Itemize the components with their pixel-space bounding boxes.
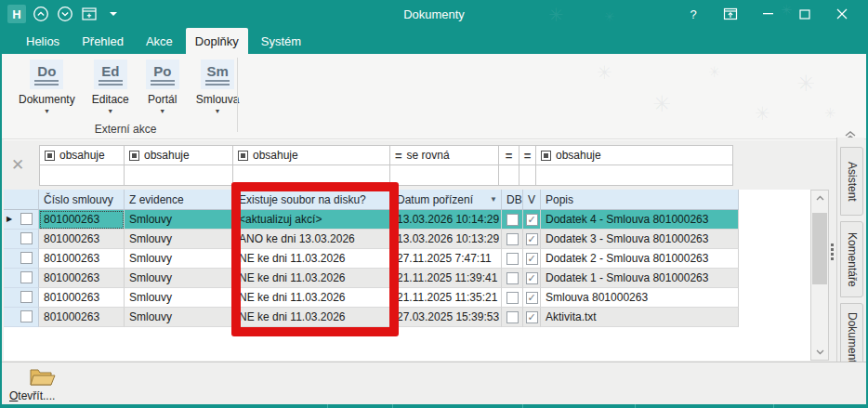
editace-button[interactable]: Ed Editace ▼ bbox=[88, 58, 133, 116]
tab-prehled[interactable]: Přehled bbox=[72, 28, 133, 54]
cell-db[interactable]: ✓ bbox=[502, 210, 523, 230]
cell-cislo[interactable]: 801000263 bbox=[39, 269, 125, 288]
cell-v[interactable]: ✓ bbox=[523, 249, 541, 269]
maximize-button[interactable] bbox=[786, 0, 823, 28]
cell-cislo[interactable]: 801000263 bbox=[39, 288, 125, 308]
cell-datum[interactable]: 13.03.2026 10:13:29 bbox=[392, 230, 502, 249]
filter-popis[interactable]: obsahuje bbox=[535, 145, 733, 186]
v-checkbox[interactable]: ✓ bbox=[526, 311, 538, 323]
table-row[interactable]: ✓801000263SmlouvyNE ke dni 11.03.202627.… bbox=[4, 249, 829, 269]
smlouva-button[interactable]: Sm Smlouva ▼ bbox=[192, 58, 243, 116]
filter-input-popis[interactable] bbox=[536, 165, 732, 185]
filter-operator-popis[interactable]: obsahuje bbox=[536, 146, 732, 165]
cell-v[interactable]: ✓ bbox=[523, 308, 541, 327]
filter-db[interactable]: = bbox=[498, 145, 519, 186]
open-button[interactable]: Otevřít.... bbox=[9, 389, 55, 402]
cell-existuje[interactable]: <aktualizuj akcí> bbox=[234, 210, 392, 230]
filter-operator-v[interactable]: = bbox=[519, 146, 535, 165]
collapse-circle-icon[interactable] bbox=[32, 5, 50, 23]
cell-cislo[interactable]: 801000263 bbox=[39, 230, 125, 249]
cell-cislo[interactable]: 801000263 bbox=[39, 308, 125, 327]
filter-input-cislo[interactable] bbox=[40, 165, 124, 185]
cell-evidence[interactable]: Smlouvy bbox=[125, 308, 234, 327]
column-header-v[interactable]: V bbox=[523, 190, 541, 210]
filter-operator-db[interactable]: = bbox=[499, 146, 519, 165]
table-row[interactable]: ✓801000263SmlouvyNE ke dni 11.03.202627.… bbox=[4, 308, 829, 327]
cell-popis[interactable]: Dodatek 3 - Smlouva 801000263 bbox=[541, 230, 739, 249]
cell-db[interactable]: ✓ bbox=[502, 288, 523, 308]
v-checkbox[interactable]: ✓ bbox=[526, 253, 538, 265]
tab-asistent[interactable]: Asistent bbox=[840, 147, 863, 216]
cell-evidence[interactable]: Smlouvy bbox=[125, 210, 234, 230]
cell-evidence[interactable]: Smlouvy bbox=[125, 288, 234, 308]
tab-system[interactable]: Systém bbox=[252, 28, 310, 54]
filter-input-evidence[interactable] bbox=[125, 165, 232, 185]
filter-operator-datum[interactable]: =se rovná bbox=[390, 146, 498, 165]
tab-doplnky[interactable]: Doplňky bbox=[186, 28, 248, 54]
minimize-button[interactable] bbox=[749, 0, 786, 28]
filter-datum[interactable]: =se rovná bbox=[389, 145, 499, 186]
tab-helios[interactable]: Helios bbox=[17, 28, 69, 54]
filter-input-db[interactable] bbox=[499, 165, 519, 185]
cell-db[interactable]: ✓ bbox=[502, 249, 523, 269]
close-button[interactable] bbox=[823, 0, 861, 28]
db-checkbox[interactable]: ✓ bbox=[506, 292, 519, 304]
cell-cislo[interactable]: 801000263 bbox=[39, 210, 125, 230]
db-checkbox[interactable]: ✓ bbox=[506, 214, 519, 226]
filter-operator-evidence[interactable]: obsahuje bbox=[125, 146, 232, 165]
v-checkbox[interactable]: ✓ bbox=[526, 292, 538, 304]
filter-evidence[interactable]: obsahuje bbox=[124, 145, 233, 186]
db-checkbox[interactable]: ✓ bbox=[506, 233, 519, 245]
dokumenty-button[interactable]: Do Dokumenty ▼ bbox=[15, 58, 79, 116]
table-row[interactable]: ▶✓801000263Smlouvy<aktualizuj akcí>13.03… bbox=[4, 210, 829, 230]
cell-popis[interactable]: Smlouva 801000263 bbox=[541, 288, 739, 308]
cell-v[interactable]: ✓ bbox=[523, 269, 541, 288]
cell-datum[interactable]: 13.03.2026 10:14:29 bbox=[392, 210, 502, 230]
db-checkbox[interactable]: ✓ bbox=[506, 253, 519, 265]
row-indicator-cell[interactable]: ✓ bbox=[4, 269, 39, 288]
cell-existuje[interactable]: NE ke dni 11.03.2026 bbox=[234, 269, 392, 288]
pin-window-button[interactable] bbox=[712, 0, 749, 28]
cell-cislo[interactable]: 801000263 bbox=[39, 249, 125, 269]
open-folder-icon[interactable] bbox=[28, 366, 56, 392]
table-row[interactable]: ✓801000263SmlouvyNE ke dni 11.03.202621.… bbox=[4, 288, 829, 308]
cell-evidence[interactable]: Smlouvy bbox=[125, 249, 234, 269]
cell-v[interactable]: ✓ bbox=[523, 230, 541, 249]
filter-input-datum[interactable] bbox=[390, 165, 498, 185]
clear-filter-icon[interactable]: ✕ bbox=[11, 155, 24, 175]
column-header-existuje[interactable]: Existuje soubor na disku? bbox=[234, 190, 392, 210]
v-checkbox[interactable]: ✓ bbox=[526, 233, 538, 245]
column-header-evidence[interactable]: Z evidence bbox=[125, 190, 234, 210]
row-indicator-cell[interactable]: ▶✓ bbox=[4, 210, 39, 230]
cell-popis[interactable]: Dodatek 4 - Smlouva 801000263 bbox=[541, 210, 739, 230]
cell-popis[interactable]: Dodatek 2 - Smlouva 801000263 bbox=[541, 249, 739, 269]
row-indicator-cell[interactable]: ✓ bbox=[4, 249, 39, 269]
cell-popis[interactable]: Aktivita.txt bbox=[541, 308, 739, 327]
filter-input-v[interactable] bbox=[519, 165, 535, 185]
tab-akce[interactable]: Akce bbox=[137, 28, 182, 54]
filter-operator-existuje[interactable]: obsahuje bbox=[233, 146, 389, 165]
cell-datum[interactable]: 27.11.2025 7:47:11 bbox=[392, 249, 502, 269]
scroll-up-icon[interactable] bbox=[811, 191, 828, 205]
new-window-icon[interactable] bbox=[80, 5, 99, 23]
filter-input-existuje[interactable] bbox=[233, 165, 389, 185]
filter-v[interactable]: = bbox=[519, 145, 536, 186]
cell-existuje[interactable]: NE ke dni 11.03.2026 bbox=[234, 249, 392, 269]
cell-evidence[interactable]: Smlouvy bbox=[125, 230, 234, 249]
v-checkbox[interactable]: ✓ bbox=[526, 272, 538, 284]
row-select-checkbox[interactable]: ✓ bbox=[20, 232, 33, 244]
row-select-checkbox[interactable]: ✓ bbox=[20, 213, 33, 225]
filter-existuje[interactable]: obsahuje bbox=[232, 145, 390, 186]
row-select-checkbox[interactable]: ✓ bbox=[20, 310, 33, 322]
row-select-checkbox[interactable]: ✓ bbox=[20, 271, 33, 283]
column-header-db[interactable]: DB bbox=[502, 190, 523, 210]
cell-datum[interactable]: 27.03.2025 15:39:53 bbox=[392, 308, 502, 327]
row-indicator-cell[interactable]: ✓ bbox=[4, 288, 39, 308]
vertical-scrollbar[interactable] bbox=[810, 190, 829, 361]
db-checkbox[interactable]: ✓ bbox=[506, 272, 519, 284]
row-select-checkbox[interactable]: ✓ bbox=[20, 291, 33, 303]
scrollbar-thumb[interactable] bbox=[812, 213, 827, 284]
column-header-datum[interactable]: Datum pořízení▼ bbox=[392, 190, 502, 210]
cell-v[interactable]: ✓ bbox=[523, 210, 541, 230]
quick-access-caret-icon[interactable] bbox=[104, 5, 123, 23]
